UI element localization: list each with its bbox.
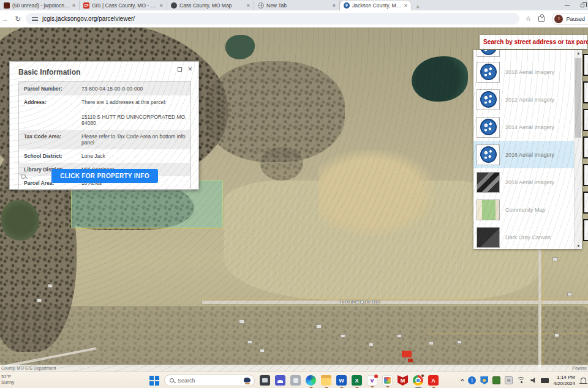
basemap-item-2018[interactable]: 2018 Aerial Imagery <box>473 168 582 196</box>
r-app-tray-icon[interactable]: R <box>505 376 513 384</box>
chrome-icon[interactable] <box>413 375 423 386</box>
road-vertical <box>538 236 541 371</box>
aerial-map[interactable]: E STEWART RD County, MO GIS Department P… <box>0 28 588 371</box>
basemap-thumbnail <box>477 117 500 138</box>
terrain-trees <box>260 147 303 181</box>
site-info-icon[interactable] <box>32 17 38 21</box>
minimize-button[interactable] <box>565 5 570 6</box>
notes-app-icon[interactable]: V <box>367 375 377 386</box>
forward-icon[interactable]: → <box>1 15 9 23</box>
new-tab-button[interactable]: + <box>411 3 424 10</box>
search-icon <box>170 378 174 382</box>
basemap-item-2012[interactable]: 2012 Aerial Imagery <box>473 86 582 113</box>
table-row: Parcel Number: 73-800-04-15-00-0-00-000 <box>19 82 190 95</box>
row-value: Lone Jack <box>79 149 190 163</box>
pond <box>1 200 39 241</box>
reload-icon[interactable]: ↻ <box>15 15 21 23</box>
map-building <box>369 343 374 346</box>
parcel-search-input[interactable]: Search by street address or tax parcel # <box>480 35 587 49</box>
basemap-item-dark-gray-canvas[interactable]: Dark Gray Canvas <box>473 223 582 249</box>
globe-thumbnail-icon <box>480 64 497 80</box>
mcafee-icon[interactable]: M <box>398 375 408 386</box>
tab-close-icon[interactable]: × <box>72 2 75 9</box>
system-tray: ^ ᛒ R 1:14 PM 4/20/2024 <box>461 372 586 388</box>
browser-tab-strip: (50 unread) - jwpotocnik@cs... × CP GIS … <box>0 0 588 10</box>
bookmark-star-icon[interactable]: ☆ <box>526 15 532 23</box>
printer-tray-icon[interactable] <box>541 378 549 383</box>
restore-button[interactable] <box>581 4 584 7</box>
tab-close-icon[interactable]: × <box>160 2 163 9</box>
close-panel-icon[interactable]: × <box>188 67 192 72</box>
tab-close-icon[interactable]: × <box>247 2 250 9</box>
tab-title: New Tab <box>266 2 330 9</box>
tab-cass-gis[interactable]: CP GIS | Cass County, MO - Offici... × <box>80 1 167 10</box>
basemap-thumbnail-clipped <box>583 136 588 159</box>
map-red-building <box>408 359 413 362</box>
table-row: School District: Lone Jack <box>19 149 190 163</box>
aerial-thumbnail-icon <box>477 172 500 193</box>
scrollbar-thumb[interactable] <box>575 58 581 138</box>
photos-icon[interactable] <box>382 375 393 386</box>
task-view-icon[interactable] <box>260 375 270 386</box>
start-button-icon[interactable] <box>149 376 159 386</box>
basemap-item-2010[interactable]: 2010 Aerial Imagery <box>473 58 582 86</box>
acrobat-icon[interactable]: A <box>428 375 439 386</box>
scroll-up-icon[interactable]: ▲ <box>575 51 582 55</box>
panel-title: Basic Information <box>10 62 198 76</box>
edge-icon[interactable] <box>306 375 316 386</box>
taskbar-search-box[interactable]: Search <box>164 375 255 386</box>
tray-overflow-icon[interactable]: ^ <box>461 378 464 384</box>
profile-avatar: ! <box>554 15 563 23</box>
widgets-icon[interactable] <box>290 375 301 386</box>
map-building <box>48 284 53 288</box>
map-building <box>457 340 462 344</box>
tab-mail[interactable]: (50 unread) - jwpotocnik@cs... × <box>0 1 80 10</box>
basemap-label: 2018 Aerial Imagery <box>505 179 554 185</box>
basemap-label: 2014 Aerial Imagery <box>505 124 554 130</box>
basemap-item-2016-selected[interactable]: 2016 Aerial Imagery <box>473 141 582 168</box>
bluetooth-icon[interactable]: ᛒ <box>468 376 476 384</box>
tab-close-icon[interactable]: × <box>333 2 336 9</box>
map-building <box>341 334 345 338</box>
parcel-line <box>543 236 543 371</box>
tab-jackson-county-active[interactable]: Jackson County, Missouri Parc... × <box>340 1 411 10</box>
url-text: jcgis.jacksongov.org/parcelviewer/ <box>42 15 135 22</box>
tab-close-icon[interactable]: × <box>404 2 407 9</box>
map-building <box>37 299 42 302</box>
basemap-item-partial[interactable] <box>473 50 582 58</box>
basemap-scrollbar[interactable]: ▲ ▼ <box>574 50 582 249</box>
maximize-panel-icon[interactable] <box>178 67 182 72</box>
wifi-icon[interactable] <box>517 377 526 384</box>
weather-temp: 51°F <box>1 374 14 379</box>
profile-paused-pill[interactable]: ! Paused <box>552 13 588 25</box>
notifications-bell-icon[interactable] <box>581 378 586 383</box>
volume-icon[interactable] <box>530 378 537 383</box>
search-label: Search <box>178 378 239 384</box>
tab-new-tab[interactable]: New Tab × <box>254 1 340 10</box>
security-shield-icon[interactable] <box>480 376 488 384</box>
extensions-icon[interactable] <box>538 16 545 22</box>
basemap-item-community-map[interactable]: Community Map <box>473 196 582 223</box>
file-explorer-icon[interactable] <box>321 375 331 386</box>
tab-title: GIS | Cass County, MO - Offici... <box>92 2 157 9</box>
excel-icon[interactable]: X <box>352 375 362 386</box>
weather-widget[interactable]: 51°F Sunny <box>1 374 14 385</box>
search-highlight-bird-icon[interactable] <box>243 377 252 384</box>
panel-window-icons: × <box>178 67 192 72</box>
teams-icon[interactable] <box>275 375 285 386</box>
parcel-line <box>74 228 223 229</box>
profile-status-label: Paused <box>566 16 585 22</box>
panel-footer: CLICK FOR PROPERTY INFO <box>18 169 191 183</box>
word-icon[interactable]: W <box>336 375 347 386</box>
scroll-down-icon[interactable]: ▼ <box>575 244 582 248</box>
taskbar-clock[interactable]: 1:14 PM 4/20/2024 <box>553 375 575 386</box>
row-label: Tax Code Area: <box>19 130 79 149</box>
globe-thumbnail-icon <box>480 91 497 108</box>
zoom-to-parcel-icon[interactable] <box>21 174 26 179</box>
graphics-tray-icon[interactable] <box>492 376 500 384</box>
basemap-item-2014[interactable]: 2014 Aerial Imagery <box>473 113 582 141</box>
property-info-button[interactable]: CLICK FOR PROPERTY INFO <box>51 169 158 183</box>
address-bar[interactable]: jcgis.jacksongov.org/parcelviewer/ <box>26 13 519 24</box>
tab-cass-map[interactable]: Cass County, MO Map × <box>167 1 254 10</box>
basemap-thumbnail-clipped <box>583 219 588 241</box>
